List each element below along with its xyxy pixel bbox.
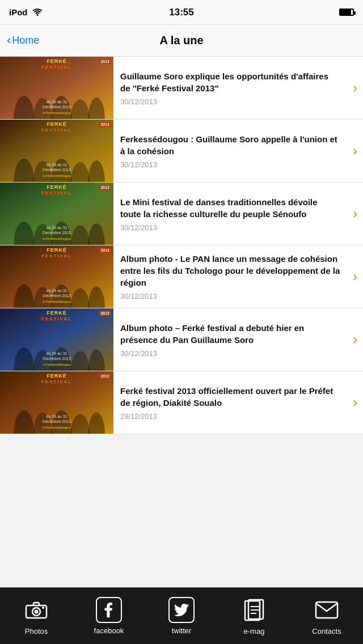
facebook-icon (96, 597, 122, 623)
battery-icon (339, 9, 354, 16)
news-date: 30/12/2013 (120, 160, 340, 169)
tab-photos-label: Photos (25, 627, 48, 635)
back-button[interactable]: ‹ Home (7, 35, 39, 46)
tab-contacts[interactable]: Contacts (290, 596, 363, 635)
news-content: Ferkessédougou : Guillaume Soro appelle … (113, 120, 347, 182)
twitter-icon (168, 597, 195, 623)
news-date: 30/12/2013 (120, 223, 340, 232)
news-date: 30/12/2013 (120, 349, 340, 358)
tab-facebook[interactable]: facebook (73, 597, 145, 635)
tab-bar: Photos facebook twitter e- (0, 587, 363, 644)
back-label: Home (12, 35, 39, 46)
news-title: Ferké festival 2013 officiellement ouver… (120, 385, 340, 409)
news-title: Le Mini festival de danses traditionnell… (120, 196, 340, 220)
status-left: iPod (9, 7, 43, 17)
nav-bar: ‹ Home A la une (0, 25, 363, 57)
news-title: Guillaume Soro explique les opportunités… (120, 70, 340, 94)
news-content: Ferké festival 2013 officiellement ouver… (113, 371, 347, 434)
news-thumbnail: FERKÉ FESTIVAL du 29 au 31Décembre 2013à… (0, 57, 113, 119)
status-bar: iPod 13:55 (0, 0, 363, 25)
tab-contacts-label: Contacts (312, 627, 341, 635)
news-thumbnail: FERKÉ FESTIVAL du 29 au 31Décembre 2013à… (0, 120, 113, 182)
tab-twitter[interactable]: twitter (145, 597, 218, 635)
news-thumbnail: FERKÉ FESTIVAL du 29 au 31Décembre 2013à… (0, 245, 113, 308)
news-chevron-icon: › (347, 183, 363, 245)
envelope-icon (313, 596, 340, 624)
news-item[interactable]: FERKÉ FESTIVAL du 29 au 31Décembre 2013à… (0, 183, 363, 245)
news-item[interactable]: FERKÉ FESTIVAL du 29 au 31Décembre 2013à… (0, 120, 363, 183)
tab-emag-label: e-mag (244, 627, 265, 635)
news-chevron-icon: › (347, 57, 363, 119)
tab-photos[interactable]: Photos (0, 596, 73, 635)
news-chevron-icon: › (347, 245, 363, 308)
page-title: A la une (159, 34, 203, 47)
svg-point-34 (42, 607, 44, 609)
news-date: 29/12/2013 (120, 412, 340, 421)
news-title: Album photo – Ferké festival a debuté hi… (120, 322, 340, 346)
news-item[interactable]: FERKÉ FESTIVAL du 29 au 31Décembre 2013à… (0, 245, 363, 308)
news-chevron-icon: › (347, 308, 363, 371)
news-date: 30/12/2013 (120, 98, 340, 106)
news-title: Album photo - Le PAN lance un message de… (120, 253, 340, 289)
news-list: FERKÉ FESTIVAL du 29 au 31Décembre 2013à… (0, 57, 363, 434)
news-item[interactable]: FERKÉ FESTIVAL du 29 au 31Décembre 2013à… (0, 308, 363, 371)
tab-facebook-label: facebook (94, 626, 124, 635)
news-thumbnail: FERKÉ FESTIVAL du 29 au 31Décembre 2013à… (0, 183, 113, 245)
svg-point-33 (35, 610, 39, 614)
emag-icon (240, 596, 268, 624)
device-label: iPod (9, 7, 28, 17)
news-content: Guillaume Soro explique les opportunités… (113, 57, 347, 119)
tab-emag[interactable]: e-mag (218, 596, 290, 635)
status-right (339, 9, 354, 16)
news-content: Album photo – Ferké festival a debuté hi… (113, 308, 347, 371)
news-content: Album photo - Le PAN lance un message de… (113, 245, 347, 308)
news-chevron-icon: › (347, 120, 363, 182)
news-chevron-icon: › (347, 371, 363, 434)
back-chevron-icon: ‹ (7, 34, 11, 46)
tab-twitter-label: twitter (172, 626, 192, 635)
news-date: 30/12/2013 (120, 292, 340, 300)
camera-icon (23, 596, 50, 624)
status-time: 13:55 (169, 7, 193, 18)
news-thumbnail: FERKÉ FESTIVAL du 29 au 31Décembre 2013à… (0, 371, 113, 434)
news-content: Le Mini festival de danses traditionnell… (113, 183, 347, 245)
svg-rect-40 (316, 602, 337, 618)
news-title: Ferkessédougou : Guillaume Soro appelle … (120, 133, 340, 157)
news-item[interactable]: FERKÉ FESTIVAL du 29 au 31Décembre 2013à… (0, 57, 363, 120)
news-item[interactable]: FERKÉ FESTIVAL du 29 au 31Décembre 2013à… (0, 371, 363, 434)
wifi-icon (32, 9, 43, 16)
svg-point-0 (36, 14, 38, 16)
news-thumbnail: FERKÉ FESTIVAL du 29 au 31Décembre 2013à… (0, 308, 113, 371)
